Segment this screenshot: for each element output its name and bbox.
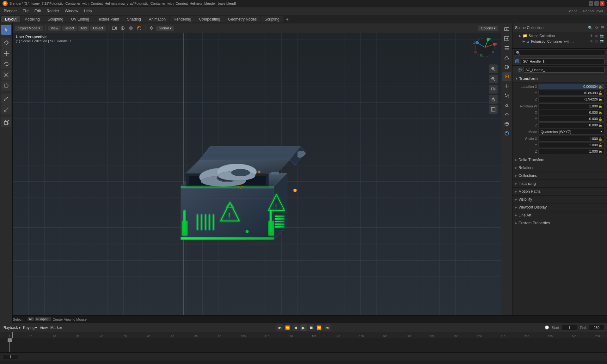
grid-button[interactable] — [489, 105, 498, 114]
viewport[interactable]: Object Mode ▾ View Select Add Object — [13, 23, 501, 323]
location-y-value[interactable]: 16.86393 🔓 — [538, 90, 604, 96]
outliner-item-scene-collection[interactable]: ▶ 📁 Scene Collection 👁 ◎ 📷 — [512, 33, 607, 39]
restrict-icon[interactable]: ◎ — [595, 34, 598, 38]
props-icon-object[interactable] — [502, 72, 511, 81]
render-icon[interactable]: 📷 — [600, 34, 604, 38]
toolbar-move-tool[interactable] — [1, 48, 11, 58]
tab-rendering[interactable]: Rendering — [170, 16, 195, 22]
location-z-value[interactable]: -1.94226 🔓 — [538, 96, 604, 102]
maximize-button[interactable]: □ — [594, 1, 599, 6]
global-button[interactable]: Global ▾ — [156, 26, 174, 31]
add-menu-button[interactable]: Add — [78, 26, 89, 31]
tab-geometry-nodes[interactable]: Geometry Nodes — [224, 16, 261, 22]
menu-window[interactable]: Window — [62, 8, 81, 14]
sub-object-name-input[interactable] — [523, 67, 604, 73]
outliner-filter-icon[interactable]: 🔍 — [588, 26, 593, 30]
props-icon-constraints[interactable] — [502, 110, 511, 119]
toolbar-cursor-tool[interactable] — [1, 38, 11, 48]
toolbar-transform-tool[interactable] — [1, 81, 11, 91]
pause-button[interactable]: ⏹ — [308, 324, 315, 331]
delta-transform-section[interactable]: ▶ Delta Transform — [512, 156, 607, 164]
object-visibility-icon[interactable]: 👁 — [590, 39, 593, 43]
prev-keyframe-button[interactable]: ⏪ — [284, 324, 291, 331]
menu-help[interactable]: Help — [81, 8, 94, 14]
location-y-lock[interactable]: 🔓 — [598, 91, 602, 95]
location-z-lock[interactable]: 🔓 — [598, 98, 602, 101]
jump-end-button[interactable]: ⏭ — [324, 324, 331, 331]
viewport-icon-solid[interactable] — [127, 25, 134, 32]
object-name-input[interactable] — [521, 58, 604, 64]
rotation-mode-dropdown[interactable]: Quaternion (WXYZ) ▾ — [538, 129, 604, 135]
props-icon-scene[interactable] — [502, 53, 511, 62]
toolbar-annotate-tool[interactable] — [1, 94, 11, 104]
tab-texture-paint[interactable]: Texture Paint — [93, 16, 123, 22]
minimize-button[interactable]: – — [589, 1, 593, 6]
instancing-section[interactable]: ▶ Instancing — [512, 180, 607, 188]
rotation-z-value[interactable]: 0.000 🔓 — [538, 122, 604, 128]
timeline-scrubber[interactable]: 1 — [0, 338, 607, 352]
props-icon-render[interactable] — [502, 25, 511, 33]
viewport-icon-transform-pivot[interactable] — [148, 25, 155, 32]
object-restrict-icon[interactable]: ◎ — [595, 39, 598, 43]
viewport-display-section[interactable]: ▶ Viewport Display — [512, 203, 607, 211]
visibility-section[interactable]: ▶ Visibility — [512, 196, 607, 203]
rotation-x-value[interactable]: 0.000 🔓 — [538, 110, 604, 115]
options-button[interactable]: Options ▾ — [478, 26, 498, 31]
menu-edit[interactable]: Edit — [32, 8, 44, 14]
visibility-icon[interactable]: 👁 — [590, 34, 593, 38]
transform-section-header[interactable]: ▼ Transform — [512, 75, 607, 82]
playhead-handle[interactable]: 1 — [8, 338, 12, 342]
object-mode-button[interactable]: Object Mode ▾ — [15, 26, 43, 31]
select-menu-button[interactable]: Select — [62, 26, 77, 31]
tab-modeling[interactable]: Modeling — [21, 16, 44, 22]
scale-x-value[interactable]: 1.000 🔓 — [538, 136, 604, 142]
props-icon-particles[interactable] — [502, 91, 511, 100]
camera-view-button[interactable] — [489, 85, 498, 94]
properties-search-input[interactable] — [514, 50, 606, 56]
viewport-icon-material[interactable] — [136, 25, 143, 32]
viewport-icon-camera[interactable] — [111, 25, 118, 32]
tab-scripting[interactable]: Scripting — [261, 16, 283, 22]
viewport-gizmo[interactable]: X Y Z — [472, 35, 498, 60]
view-menu[interactable]: View — [40, 325, 48, 330]
motion-paths-section[interactable]: ▶ Motion Paths — [512, 188, 607, 196]
scale-z-lock[interactable]: 🔓 — [598, 150, 602, 153]
current-frame-input[interactable] — [3, 354, 18, 359]
line-art-section[interactable]: ▶ Line Art — [512, 211, 607, 219]
end-frame-input[interactable] — [589, 325, 604, 331]
jump-start-button[interactable]: ⏮ — [276, 324, 283, 331]
hand-tool-button[interactable] — [489, 95, 498, 104]
toolbar-rotate-tool[interactable] — [1, 59, 11, 69]
object-menu-button[interactable]: Object — [90, 26, 106, 31]
scale-z-value[interactable]: 1.000 🔓 — [538, 149, 604, 154]
props-icon-material[interactable] — [502, 129, 511, 138]
menu-file[interactable]: File — [20, 8, 31, 14]
marker-menu[interactable]: Marker — [50, 325, 62, 330]
add-workspace-button[interactable]: + — [284, 16, 291, 23]
play-button[interactable]: ▶ — [300, 324, 307, 331]
play-reverse-button[interactable]: ◀ — [292, 324, 299, 331]
rotation-z-lock[interactable]: 🔓 — [598, 124, 602, 127]
toolbar-add-cube[interactable] — [1, 117, 11, 127]
tab-animation[interactable]: Animation — [145, 16, 169, 22]
view-menu-button[interactable]: View — [48, 26, 61, 31]
outliner-sync-icon[interactable]: ⟳ — [595, 26, 598, 30]
props-icon-modifiers[interactable] — [502, 82, 511, 90]
object-render-icon[interactable]: 📷 — [600, 39, 604, 43]
toolbar-measure-tool[interactable] — [1, 104, 11, 114]
scale-y-lock[interactable]: 🔓 — [598, 143, 602, 147]
rotation-y-lock[interactable]: 🔓 — [598, 117, 602, 121]
tab-compositing[interactable]: Compositing — [195, 16, 224, 22]
props-icon-data[interactable] — [502, 119, 511, 128]
tab-layout[interactable]: Layout — [1, 16, 20, 22]
tab-uv-editing[interactable]: UV Editing — [67, 16, 93, 22]
close-button[interactable]: ✕ — [600, 1, 604, 6]
custom-properties-section[interactable]: ▶ Custom Properties — [512, 219, 607, 227]
toolbar-select-tool[interactable] — [1, 25, 11, 35]
props-icon-physics[interactable] — [502, 100, 511, 109]
rotation-x-lock[interactable]: 🔓 — [598, 111, 602, 114]
start-frame-input[interactable] — [561, 325, 577, 331]
rotation-w-value[interactable]: 1.000 🔓 — [538, 103, 604, 109]
playback-menu[interactable]: Playback ▾ — [3, 325, 21, 330]
rotation-w-lock[interactable]: 🔓 — [598, 105, 602, 108]
